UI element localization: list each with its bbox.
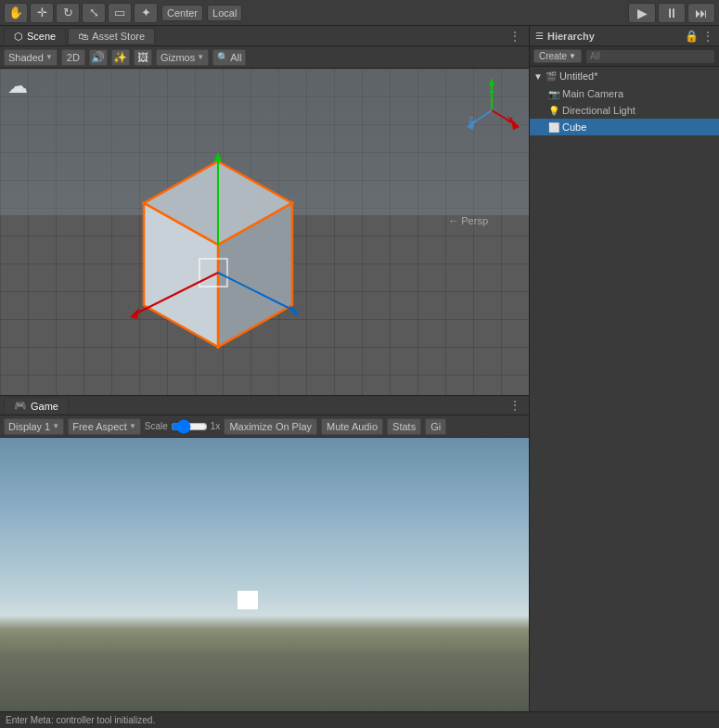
cloud-icon: ☁: [7, 74, 28, 98]
hierarchy-header: ☰ Hierarchy 🔒 ⋮: [530, 26, 719, 46]
scale-value: 1x: [211, 421, 221, 431]
hierarchy-search-input[interactable]: [585, 49, 715, 64]
hierarchy-header-right: 🔒 ⋮: [685, 30, 713, 43]
gizmos-arrow: ▼: [197, 53, 204, 61]
mode-2d-btn[interactable]: 2D: [61, 49, 85, 66]
hierarchy-lock-btn[interactable]: 🔒: [685, 30, 699, 43]
display-dropdown[interactable]: Display 1 ▼: [4, 418, 64, 435]
light-icon: 💡: [548, 106, 559, 116]
tab-options-btn[interactable]: ⋮: [505, 29, 525, 44]
cube-svg: [130, 152, 306, 365]
step-btn[interactable]: ⏭: [687, 3, 715, 23]
scene-expand-arrow: ▼: [533, 71, 543, 82]
play-controls: ▶ ⏸ ⏭: [628, 3, 715, 23]
hierarchy-item-main-camera[interactable]: 📷 Main Camera: [530, 85, 719, 102]
scene-toolbar: Shaded ▼ 2D 🔊 ✨ 🖼 Gizmos ▼ 🔍 All: [0, 46, 529, 69]
play-btn[interactable]: ▶: [628, 3, 656, 23]
game-view: [0, 438, 529, 711]
center-btn[interactable]: Center: [161, 5, 203, 21]
scene-view: ☁: [0, 69, 529, 395]
hierarchy-menu-btn[interactable]: ⋮: [702, 30, 713, 43]
asset-store-icon: 🛍: [78, 31, 88, 42]
game-tab-bar: 🎮 Game ⋮: [0, 395, 529, 415]
rect-tool-btn[interactable]: ▭: [108, 3, 132, 23]
game-tab-icon: 🎮: [14, 400, 27, 412]
create-label: Create: [539, 51, 567, 61]
hierarchy-item-cube[interactable]: ⬜ Cube: [530, 119, 719, 135]
gizmos-label: Gizmos: [160, 52, 195, 63]
move-tool-btn[interactable]: ✛: [30, 3, 54, 23]
svg-text:Z: Z: [469, 115, 474, 124]
scale-control: Scale 1x: [145, 421, 221, 432]
svg-text:Y: Y: [489, 89, 494, 98]
scene-tab-label: Scene: [27, 31, 56, 42]
create-arrow: ▼: [569, 52, 576, 60]
hierarchy-search-bar: Create ▼: [530, 46, 719, 67]
game-cube: [238, 591, 258, 609]
pause-btn[interactable]: ⏸: [658, 3, 686, 23]
transform-tools: ✋ ✛ ↻ ⤡ ▭ ✦: [4, 3, 158, 23]
svg-marker-11: [489, 78, 494, 85]
scene-view-btn[interactable]: 🖼: [134, 49, 152, 66]
display-label: Display 1: [8, 421, 50, 432]
main-camera-label: Main Camera: [562, 88, 623, 99]
top-toolbar: ✋ ✛ ↻ ⤡ ▭ ✦ Center Local ▶ ⏸ ⏭: [0, 0, 719, 26]
audio-btn[interactable]: 🔊: [89, 49, 108, 66]
cube-label: Cube: [562, 121, 586, 133]
camera-icon: 📷: [548, 89, 559, 99]
tab-asset-store[interactable]: 🛍 Asset Store: [68, 28, 155, 44]
aspect-arrow: ▼: [129, 422, 136, 430]
fx-btn[interactable]: ✨: [111, 49, 130, 66]
tab-scene[interactable]: ⬡ Scene: [4, 28, 66, 45]
search-label: All: [230, 52, 241, 63]
svg-marker-7: [130, 308, 139, 319]
search-icon: 🔍: [217, 52, 228, 62]
local-btn[interactable]: Local: [207, 5, 242, 21]
hierarchy-create-btn[interactable]: Create ▼: [533, 49, 582, 63]
svg-marker-5: [214, 152, 222, 161]
shading-arrow: ▼: [45, 53, 53, 61]
scene-gizmo[interactable]: Y X Z: [464, 78, 520, 152]
aspect-label: Free Aspect: [72, 421, 127, 432]
scene-name: Untitled*: [559, 70, 598, 82]
scale-label: Scale: [145, 421, 168, 431]
status-message: Enter Meta: controller tool initialized.: [6, 715, 155, 725]
game-sky: [0, 438, 529, 711]
game-tab-label: Game: [31, 401, 58, 412]
search-dropdown[interactable]: 🔍 All: [212, 49, 246, 66]
rotate-tool-btn[interactable]: ↻: [56, 3, 80, 23]
svg-text:X: X: [507, 115, 513, 124]
center-label: Center: [167, 7, 198, 19]
stats-btn[interactable]: Stats: [387, 418, 421, 435]
hierarchy-content: ▼ 🎬 Untitled* 📷 Main Camera 💡 Directiona…: [530, 67, 719, 711]
hierarchy-scene-root[interactable]: ▼ 🎬 Untitled*: [530, 67, 719, 85]
scene-tab-bar: ⬡ Scene 🛍 Asset Store ⋮: [0, 26, 529, 46]
transform-tool-btn[interactable]: ✦: [134, 3, 158, 23]
cube-icon: ⬜: [548, 122, 559, 133]
game-tab-options-btn[interactable]: ⋮: [505, 398, 525, 413]
scene-icon: 🎬: [546, 71, 557, 82]
directional-light-label: Directional Light: [562, 105, 636, 116]
shading-dropdown[interactable]: Shaded ▼: [4, 49, 58, 66]
hierarchy-icon: ☰: [535, 31, 544, 41]
tab-game[interactable]: 🎮 Game: [4, 397, 69, 414]
asset-store-tab-label: Asset Store: [92, 31, 145, 42]
gizmos-dropdown[interactable]: Gizmos ▼: [156, 49, 209, 66]
right-panel: ☰ Hierarchy 🔒 ⋮ Create ▼ ▼ 🎬 Untitled*: [529, 26, 719, 711]
gizmo-svg: Y X Z: [464, 78, 520, 143]
scale-slider[interactable]: [171, 421, 208, 432]
hierarchy-item-directional-light[interactable]: 💡 Directional Light: [530, 102, 719, 119]
aspect-dropdown[interactable]: Free Aspect ▼: [68, 418, 141, 435]
maximize-btn[interactable]: Maximize On Play: [224, 418, 317, 435]
scene-cube[interactable]: [130, 152, 306, 365]
display-arrow: ▼: [52, 422, 59, 430]
svg-marker-9: [289, 305, 299, 316]
game-toolbar: Display 1 ▼ Free Aspect ▼ Scale 1x Maxim…: [0, 415, 529, 438]
hierarchy-title: Hierarchy: [547, 31, 595, 42]
scene-tab-icon: ⬡: [14, 31, 23, 43]
scale-tool-btn[interactable]: ⤡: [82, 3, 106, 23]
status-bar: Enter Meta: controller tool initialized.: [0, 711, 719, 728]
mute-btn[interactable]: Mute Audio: [321, 418, 383, 435]
hand-tool-btn[interactable]: ✋: [4, 3, 28, 23]
game-gizmos-btn[interactable]: Gi: [425, 418, 446, 435]
